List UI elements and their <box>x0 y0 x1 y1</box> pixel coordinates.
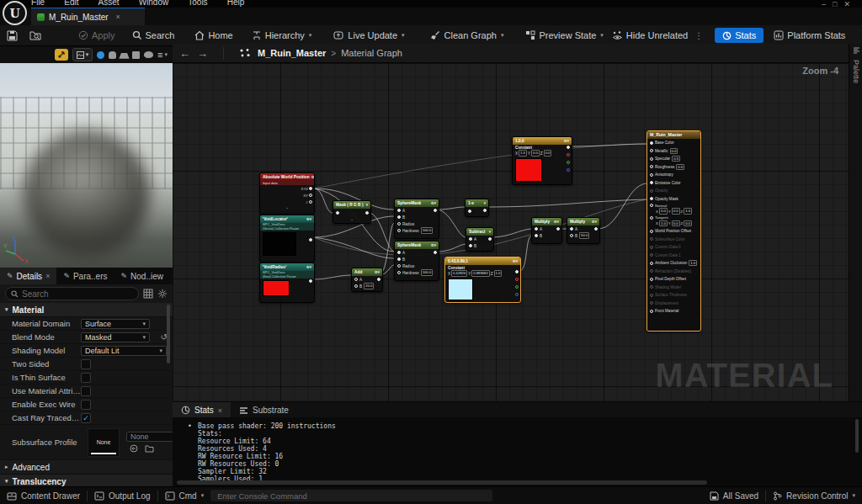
tab-substrate[interactable]: Substrate <box>231 402 297 418</box>
use-selected-asset-icon[interactable] <box>130 444 138 453</box>
output-log-button[interactable]: Output Log <box>94 491 150 501</box>
node-expand-chevron[interactable]: ⌄ <box>260 205 314 210</box>
viewport-options-menu[interactable]: ≡▾ <box>157 50 168 60</box>
blend-mode-select[interactable]: Masked▾ <box>81 332 150 342</box>
pin-dot[interactable] <box>650 165 653 168</box>
browse-asset-icon[interactable] <box>145 444 154 453</box>
pin-dot-g[interactable] <box>567 161 570 164</box>
value-box[interactable]: 0.0 <box>670 148 678 154</box>
pin-dot[interactable] <box>309 194 312 197</box>
pin-dot[interactable] <box>309 187 312 190</box>
minimize-icon[interactable]: – <box>822 0 833 7</box>
node-sphere-mask-2[interactable]: SphereMask⚙▾ A B Radius Hardness100.0 <box>394 241 439 281</box>
hide-unrelated-options-icon[interactable]: ⋮ <box>694 31 703 40</box>
pin-dot[interactable] <box>570 227 573 231</box>
pin-dot[interactable] <box>650 246 653 249</box>
node-mask-rgb[interactable]: Mask ( R G B )▾ ⌄ <box>333 200 371 224</box>
cmd-dropdown[interactable]: Cmd▾ <box>165 491 205 501</box>
pin-dot[interactable] <box>488 237 492 241</box>
maximize-icon[interactable]: □ <box>833 0 843 7</box>
node-void-locator[interactable]: 'VoidLocator'⚙▾ MPC_VoidZone (Vector) Co… <box>259 215 315 263</box>
live-update-dropdown[interactable]: Live Update▾ <box>333 30 404 40</box>
subsurface-profile-select[interactable]: None▾ <box>126 432 173 442</box>
back-arrow-icon[interactable]: ← <box>179 47 190 60</box>
preview-sphere-icon[interactable] <box>97 51 104 59</box>
pin-dot[interactable] <box>650 141 653 145</box>
pin-dot[interactable] <box>570 234 573 237</box>
node-one-minus[interactable]: 1-x▾ <box>465 199 489 217</box>
close-icon[interactable]: ✕ <box>843 0 857 7</box>
content-drawer-button[interactable]: Content Drawer <box>7 491 80 501</box>
pin-dot[interactable] <box>535 227 538 231</box>
pin-dot[interactable] <box>309 238 312 241</box>
pin-dot[interactable] <box>397 215 401 219</box>
pin-dot-r[interactable] <box>567 153 570 157</box>
section-material[interactable]: ▾Material <box>0 303 173 317</box>
tab-node-preview[interactable]: ✎ Nod..iew <box>114 268 170 284</box>
pin-dot[interactable] <box>365 211 369 215</box>
pin-dot[interactable] <box>650 173 653 177</box>
window-controls[interactable]: –□✕ <box>822 0 857 7</box>
breadcrumb-asset[interactable]: M_Ruin_Master <box>258 48 326 58</box>
node-absolute-world-position[interactable]: Absolute World Position⚙▾ Input data XYZ… <box>259 172 315 215</box>
search-button[interactable]: Search <box>132 30 175 40</box>
pin-dot[interactable] <box>650 204 653 207</box>
section-translucency[interactable]: ▾Translucency <box>0 475 173 486</box>
value-box[interactable]: 0.0 <box>544 150 552 156</box>
use-material-attributes-checkbox[interactable] <box>81 386 91 396</box>
value-box[interactable]: 0.0 <box>531 150 540 156</box>
pin-dot[interactable] <box>650 189 653 193</box>
pin-dot[interactable] <box>650 294 653 297</box>
two-sided-checkbox[interactable] <box>81 359 91 369</box>
pin-dot[interactable] <box>650 230 653 233</box>
menu-help[interactable]: Help <box>227 0 245 7</box>
pin-dot[interactable] <box>397 222 401 225</box>
pin-dot[interactable] <box>650 285 653 289</box>
node-multiply-1[interactable]: Multiply⚙▾ A B <box>531 217 562 244</box>
pin-dot[interactable] <box>650 237 653 241</box>
pin-dot-b[interactable] <box>567 168 570 172</box>
preview-plane-icon[interactable] <box>119 52 129 58</box>
pin-dot[interactable] <box>515 270 519 273</box>
value-box[interactable]: 0.42826 <box>451 270 467 276</box>
tab-stats[interactable]: Stats × <box>173 402 231 418</box>
value-box[interactable]: 0.5 <box>676 164 684 170</box>
cast-ray-traced-shadows-checkbox[interactable]: ✓ <box>81 413 91 423</box>
node-expand-chevron[interactable]: ⌄ <box>333 217 370 221</box>
menu-asset[interactable]: Asset <box>98 0 120 7</box>
viewmode-dropdown[interactable]: ▾ <box>72 48 93 61</box>
details-scrollbar[interactable] <box>167 305 170 363</box>
browse-to-asset-icon[interactable] <box>29 30 41 40</box>
apply-button[interactable]: Apply <box>78 30 115 40</box>
enable-exec-wire-checkbox[interactable] <box>81 400 91 410</box>
material-graph-canvas[interactable]: Zoom -4 MATERIAL Absolute Wo <box>173 63 849 401</box>
pin-dot[interactable] <box>377 278 380 281</box>
subsurface-profile-thumbnail[interactable]: None <box>88 428 120 457</box>
pin-dot[interactable] <box>483 209 487 212</box>
all-saved-indicator[interactable]: All Saved <box>710 491 758 501</box>
pin-dot[interactable] <box>354 278 358 281</box>
pin-dot[interactable] <box>650 181 653 184</box>
preview-mesh-icon[interactable] <box>144 51 153 58</box>
menu-file[interactable]: File <box>31 0 45 7</box>
clean-graph-dropdown[interactable]: Clean Graph▾ <box>430 30 504 40</box>
preview-state-dropdown[interactable]: Preview State▾ <box>525 30 603 40</box>
stats-vertical-scrollbar[interactable] <box>855 419 859 453</box>
menu-window[interactable]: Window <box>139 0 169 7</box>
gear-icon[interactable] <box>157 289 168 299</box>
tab-m-ruin-master[interactable]: M_Ruin_Master × <box>31 8 145 25</box>
node-multiply-2[interactable]: Multiply⚙▾ A B50.0 <box>567 217 600 244</box>
pin-dot[interactable] <box>397 251 401 254</box>
tab-close-icon[interactable]: × <box>218 406 222 415</box>
palette-side-tab[interactable]: Palette <box>849 44 862 401</box>
pin-dot-b[interactable] <box>515 293 519 296</box>
pin-dot[interactable] <box>650 253 653 257</box>
pin-dot[interactable] <box>469 244 472 247</box>
pin-dot[interactable] <box>556 227 560 231</box>
pin-dot[interactable] <box>397 257 401 261</box>
pin-dot[interactable] <box>397 271 401 274</box>
pin-dot[interactable] <box>567 146 570 149</box>
pin-dot[interactable] <box>535 234 538 237</box>
pin-dot-g[interactable] <box>515 285 519 289</box>
value-box[interactable]: 20.0 <box>364 283 374 289</box>
